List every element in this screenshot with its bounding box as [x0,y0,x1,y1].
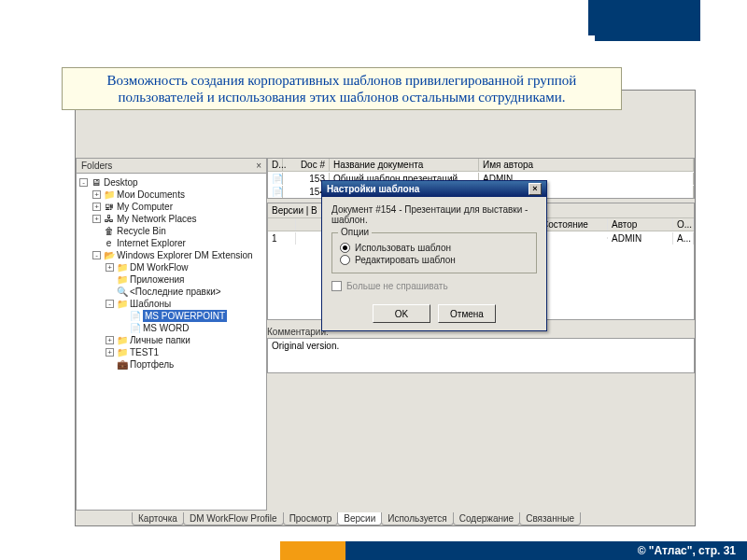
footer-text: © "Атлас", стр. 31 [638,544,736,557]
radio-icon[interactable] [340,243,350,253]
bottom-tabs: КарточкаDM WorkFlow ProfileПросмотрВерси… [76,511,695,525]
radio-label: Использовать шаблон [355,243,451,253]
ok-button[interactable]: OK [373,304,430,323]
folder-icon: 📄 [129,323,141,334]
bottom-tab[interactable]: Карточка [132,512,184,525]
tree-label: Desktop [104,176,138,189]
tree-item[interactable]: eInternet Explorer [79,237,264,249]
folder-icon: 🖥 [90,177,102,189]
expander-icon[interactable]: + [92,203,101,211]
dialog-titlebar[interactable]: Настройки шаблона × [322,181,546,197]
folder-icon: 📄 [129,311,141,322]
tree-label: DM WorkFlow [130,261,189,273]
expander-icon[interactable]: + [106,336,114,344]
tree-label: MS WORD [143,322,189,334]
tree-item[interactable]: 📄MS WORD [79,322,264,334]
folder-icon: 📁 [116,347,128,358]
folders-panel: Folders × -🖥Desktop+📁Мои Documents+🖳My C… [76,158,267,511]
tree-label: Internet Explorer [117,237,186,249]
folder-icon: 💼 [116,359,128,371]
bottom-tab[interactable]: Используется [381,512,453,525]
tree-label: Личные папки [130,334,190,346]
col-state[interactable]: Состояние [538,218,608,231]
expander-icon[interactable]: + [106,263,114,272]
radio-label: Редактировать шаблон [355,255,456,265]
title-bg [53,35,595,62]
options-group: Опции Использовать шаблон Редактировать … [331,232,537,273]
tree-item[interactable]: 🗑Recycle Bin [79,225,264,237]
col-ver-author[interactable]: Автор [608,218,673,231]
tree-label: TEST1 [130,346,159,358]
folder-icon: 📁 [103,189,115,201]
tree-item[interactable]: 📄MS POWERPOINT [79,310,264,322]
folder-icon: 🗑 [103,226,115,237]
tree-item[interactable]: 🔍<Последние правки> [79,286,264,298]
folders-header: Folders × [77,159,266,174]
tree-label: Портфель [130,358,174,371]
tree-label: My Computer [117,201,173,213]
close-icon[interactable]: × [256,161,261,171]
tree-label: <Последние правки> [130,286,221,298]
decor-block-top [588,0,700,41]
folder-icon: 🖧 [103,214,115,225]
col-name[interactable]: Название документа [330,159,479,171]
bottom-tab[interactable]: DM WorkFlow Profile [183,512,284,525]
tree-label: Шаблоны [130,298,171,310]
radio-edit-template[interactable]: Редактировать шаблон [340,255,529,265]
col-dd[interactable]: D... [268,159,283,171]
comments-section: Комментарии: Original version. [267,326,695,373]
expander-icon[interactable]: + [92,215,101,223]
dialog-title: Настройки шаблона [327,184,419,194]
cancel-button[interactable]: Отмена [438,304,496,323]
template-settings-dialog: Настройки шаблона × Документ #154 - През… [321,180,547,331]
bottom-tab[interactable]: Содержание [453,512,520,525]
expander-icon[interactable]: - [92,251,101,259]
folder-icon: 🔍 [116,287,128,298]
expander-icon[interactable]: + [92,190,101,199]
expander-icon[interactable]: + [106,348,114,357]
radio-icon[interactable] [340,255,350,265]
callout-box: Возможность создания корпоративных шабло… [62,67,622,110]
dialog-close-icon[interactable]: × [529,183,542,195]
folder-icon: 📁 [116,262,128,273]
checkbox-icon [331,281,342,291]
tree-item[interactable]: +📁TEST1 [79,346,264,358]
folder-tree[interactable]: -🖥Desktop+📁Мои Documents+🖳My Computer+🖧M… [77,174,266,373]
bottom-tab[interactable]: Просмотр [283,512,339,525]
checkbox-label: Больше не спрашивать [346,281,448,291]
tree-label: Windows Explorer DM Extension [117,249,253,261]
bottom-tab[interactable]: Связанные [519,512,581,525]
bottom-tab[interactable]: Версии [337,512,382,525]
comments-box[interactable]: Original version. [267,338,695,373]
radio-use-template[interactable]: Использовать шаблон [340,243,529,253]
col-o[interactable]: О... [673,218,694,231]
tree-item[interactable]: -🖥Desktop [79,176,264,189]
folder-icon: 🖳 [103,202,115,213]
options-legend: Опции [338,227,372,237]
tree-item[interactable]: -📂Windows Explorer DM Extension [79,249,264,261]
tree-label: Recycle Bin [117,225,166,237]
decor-orange [280,541,345,560]
tree-label: Мои Documents [117,189,185,201]
tree-item[interactable]: +📁Мои Documents [79,189,264,201]
tree-item[interactable]: -📁Шаблоны [79,298,264,310]
checkbox-dontask: Больше не спрашивать [331,281,537,291]
expander-icon[interactable]: - [106,300,114,308]
col-author[interactable]: Имя автора [479,159,694,171]
folder-icon: 📂 [103,250,115,261]
tree-label: Приложения [130,273,185,286]
tree-item[interactable]: +🖧My Network Places [79,213,264,225]
folder-icon: 📁 [116,299,128,310]
expander-icon[interactable]: - [79,178,88,187]
doclist-header: D... Doc # Название документа Имя автора [268,159,694,172]
folder-icon: e [103,238,115,249]
tree-item[interactable]: 💼Портфель [79,358,264,371]
tree-item[interactable]: 📁Приложения [79,273,264,286]
dialog-description: Документ #154 - Презентации для выставки… [331,204,537,225]
tree-item[interactable]: +📁DM WorkFlow [79,261,264,273]
tree-label: MS POWERPOINT [143,310,227,322]
tree-item[interactable]: +📁Личные папки [79,334,264,346]
folder-icon: 📁 [116,335,128,346]
tree-item[interactable]: +🖳My Computer [79,201,264,213]
col-docnum[interactable]: Doc # [283,159,330,171]
